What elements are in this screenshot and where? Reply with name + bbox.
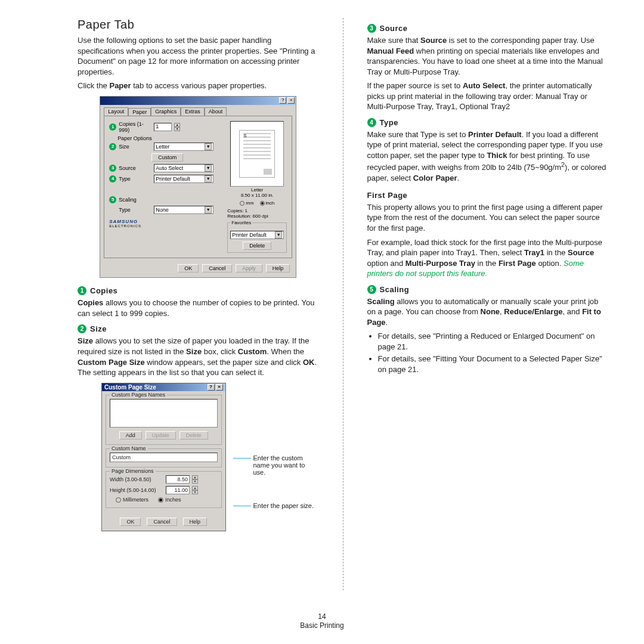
dialog-tabs: Layout Paper Graphics Extras About bbox=[100, 105, 296, 116]
help-button[interactable]: Help bbox=[183, 518, 208, 526]
section-title-type: Type bbox=[380, 118, 398, 127]
scaling-list: For details, see "Printing a Reduced or … bbox=[367, 331, 609, 374]
add-button[interactable]: Add bbox=[119, 431, 142, 439]
custom-names-list[interactable] bbox=[110, 399, 218, 428]
chevron-down-icon[interactable]: ▼ bbox=[275, 231, 282, 239]
chevron-down-icon[interactable]: ▼ bbox=[205, 143, 212, 150]
scaling-body: Scaling allows you to automatically or m… bbox=[367, 296, 609, 328]
tab-graphics[interactable]: Graphics bbox=[151, 107, 181, 116]
preview-pane: S Letter 8.50 x 11.00 in. mm inch bbox=[227, 121, 287, 253]
page-dimensions-label: Page Dimensions bbox=[110, 468, 156, 474]
tab-extras[interactable]: Extras bbox=[181, 107, 205, 116]
source-body-2: If the paper source is set to Auto Selec… bbox=[367, 80, 609, 112]
unit-inch-radio[interactable] bbox=[260, 201, 265, 206]
cancel-button[interactable]: Cancel bbox=[202, 264, 232, 273]
copies-input[interactable]: 1 bbox=[154, 123, 172, 131]
section-marker-4: 4 bbox=[367, 118, 376, 127]
section-marker-2: 2 bbox=[78, 324, 86, 333]
marker-4: 4 bbox=[109, 175, 116, 182]
type-combo[interactable]: Printer Default▼ bbox=[154, 175, 213, 183]
custom-page-size-dialog: Custom Page Size ? × Custom Pages Names … bbox=[101, 383, 226, 531]
scaling-label: Scaling bbox=[119, 197, 151, 203]
section-title-size: Size bbox=[90, 324, 107, 333]
favorites-delete-button[interactable]: Delete bbox=[243, 242, 271, 250]
type-label: Type bbox=[119, 176, 151, 182]
section-body-size: Size allows you to set the size of paper… bbox=[78, 336, 319, 377]
section-title-source: Source bbox=[380, 24, 408, 33]
info-resolution: Resolution: 600 dpi bbox=[227, 213, 287, 219]
column-divider bbox=[343, 18, 343, 590]
delete-button[interactable]: Delete bbox=[179, 431, 208, 439]
page-footer: 14 Basic Printing bbox=[0, 612, 644, 631]
callout-name: Enter the custom name you want to use. bbox=[253, 454, 319, 476]
favorites-label: Favorites bbox=[230, 220, 252, 225]
chevron-down-icon[interactable]: ▼ bbox=[205, 165, 212, 172]
scaling-type-combo[interactable]: None▼ bbox=[154, 206, 213, 214]
tab-layout[interactable]: Layout bbox=[104, 107, 128, 116]
help-icon[interactable]: ? bbox=[208, 384, 215, 391]
help-button[interactable]: Help bbox=[266, 264, 290, 273]
dialog-titlebar: ? × bbox=[100, 97, 296, 105]
tab-paper[interactable]: Paper bbox=[128, 108, 151, 116]
custom-button[interactable]: Custom bbox=[151, 153, 183, 162]
marker-3: 3 bbox=[109, 165, 116, 172]
chevron-down-icon[interactable]: ▼ bbox=[205, 206, 212, 213]
paper-tab-dialog: ? × Layout Paper Graphics Extras About 1… bbox=[100, 96, 296, 278]
samsung-logo: SAMSUNG bbox=[109, 219, 141, 224]
right-column: 3 Source Make sure that Source is set to… bbox=[367, 18, 609, 590]
type-body: Make sure that Type is set to Printer De… bbox=[367, 129, 609, 184]
size-label: Size bbox=[119, 144, 151, 150]
unit-mm-radio[interactable] bbox=[240, 201, 244, 206]
first-page-body-1: This property allows you to print the fi… bbox=[367, 202, 609, 234]
copies-label: Copies (1-999) bbox=[119, 121, 151, 133]
tab-about[interactable]: About bbox=[205, 107, 227, 116]
source-label: Source bbox=[119, 165, 151, 171]
ok-button[interactable]: OK bbox=[178, 264, 199, 273]
page-number: 14 bbox=[0, 612, 644, 622]
section-body-copies: Copies allows you to choose the number o… bbox=[78, 298, 319, 318]
custom-name-label: Custom Name bbox=[110, 445, 148, 451]
section-title-scaling: Scaling bbox=[380, 285, 410, 294]
source-body-1: Make sure that Source is set to the corr… bbox=[367, 35, 609, 77]
cancel-button[interactable]: Cancel bbox=[147, 518, 177, 526]
preview-size-dim: 8.50 x 11.00 in. bbox=[241, 193, 274, 199]
section-marker-5: 5 bbox=[367, 285, 376, 294]
chevron-down-icon[interactable]: ▼ bbox=[205, 175, 212, 182]
samsung-sublogo: ELECTRONICS bbox=[109, 224, 141, 228]
inches-radio[interactable] bbox=[158, 497, 163, 503]
height-input[interactable]: 11.00 bbox=[166, 486, 190, 494]
scaling-type-label: Type bbox=[119, 207, 151, 213]
list-item: For details, see "Printing a Reduced or … bbox=[378, 331, 609, 352]
help-icon[interactable]: ? bbox=[279, 97, 286, 104]
marker-5: 5 bbox=[109, 196, 116, 203]
page-title: Paper Tab bbox=[78, 18, 319, 32]
marker-2: 2 bbox=[109, 143, 116, 150]
close-icon[interactable]: × bbox=[216, 384, 223, 391]
favorites-combo[interactable]: Printer Default▼ bbox=[230, 231, 284, 239]
section-title-first-page: First Page bbox=[367, 191, 609, 200]
custom-names-label: Custom Pages Names bbox=[110, 392, 167, 398]
apply-button[interactable]: Apply bbox=[236, 264, 262, 273]
mm-radio[interactable] bbox=[116, 497, 121, 503]
section-marker-3: 3 bbox=[367, 24, 376, 33]
left-column: Paper Tab Use the following options to s… bbox=[78, 18, 319, 590]
callout-size: Enter the paper size. bbox=[253, 502, 319, 509]
source-combo[interactable]: Auto Select▼ bbox=[154, 164, 213, 172]
callouts: Enter the custom name you want to use. E… bbox=[233, 383, 319, 509]
size-combo[interactable]: Letter▼ bbox=[154, 143, 213, 151]
paper-options-label: Paper Options bbox=[117, 135, 222, 141]
chapter-name: Basic Printing bbox=[0, 621, 644, 631]
copies-spinner[interactable]: ▲▼ bbox=[174, 123, 180, 131]
first-page-body-2: For example, load thick stock for the fi… bbox=[367, 237, 609, 279]
width-spinner[interactable]: ▲▼ bbox=[192, 475, 198, 484]
section-marker-1: 1 bbox=[78, 286, 86, 295]
close-icon[interactable]: × bbox=[287, 97, 295, 104]
list-item: For details, see "Fitting Your Document … bbox=[378, 354, 609, 374]
custom-name-input[interactable]: Custom bbox=[110, 453, 218, 462]
section-title-copies: Copies bbox=[90, 286, 117, 295]
intro-paragraph-2: Click the Paper tab to access various pa… bbox=[78, 80, 319, 91]
update-button[interactable]: Update bbox=[145, 431, 176, 439]
ok-button[interactable]: OK bbox=[120, 518, 141, 526]
width-input[interactable]: 8.50 bbox=[166, 475, 190, 484]
height-spinner[interactable]: ▲▼ bbox=[192, 486, 198, 494]
